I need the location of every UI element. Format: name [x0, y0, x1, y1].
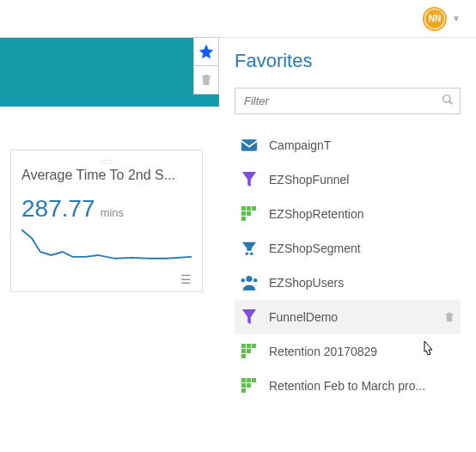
teal-band — [0, 38, 219, 107]
panel-title: Favorites — [235, 50, 461, 72]
trash-tab-button[interactable] — [193, 65, 219, 95]
users-icon — [240, 273, 259, 292]
svg-rect-21 — [247, 378, 251, 382]
svg-rect-22 — [252, 378, 256, 382]
svg-rect-20 — [241, 378, 246, 382]
sidebar-toggle — [193, 37, 219, 95]
avatar[interactable]: NN — [423, 7, 447, 31]
svg-rect-5 — [252, 206, 256, 211]
svg-rect-24 — [247, 383, 251, 388]
avatar-initials: NN — [425, 9, 444, 28]
chevron-down-icon[interactable]: ▼ — [452, 14, 461, 23]
segment-icon — [240, 239, 259, 258]
grid-icon — [240, 342, 259, 361]
favorite-item[interactable]: Retention Feb to March pro... — [235, 369, 461, 403]
svg-point-9 — [246, 253, 249, 256]
favorite-label: Retention 20170829 — [269, 345, 455, 358]
svg-point-10 — [250, 253, 253, 256]
grid-icon — [240, 205, 259, 223]
favorite-item[interactable]: EZShopUsers — [235, 266, 461, 300]
favorite-label: Retention Feb to March pro... — [269, 379, 455, 393]
svg-rect-15 — [247, 344, 251, 348]
favorite-label: EZShopSegment — [269, 241, 455, 255]
favorite-item[interactable]: EZShopSegment — [235, 231, 461, 266]
filter-box — [235, 88, 461, 114]
trash-icon[interactable] — [443, 311, 455, 323]
header: NN ▼ — [0, 0, 476, 38]
svg-rect-7 — [247, 211, 251, 216]
favorite-label: EZShopUsers — [269, 276, 455, 290]
svg-point-0 — [443, 95, 450, 101]
svg-rect-18 — [247, 349, 251, 353]
metric-card: :::: Average Time To 2nd S... 287.77 min… — [10, 150, 203, 292]
card-footer: ☰ — [21, 272, 192, 286]
svg-rect-25 — [241, 388, 246, 393]
favorites-list: CampaignTEZShopFunnelEZShopRetentionEZSh… — [235, 128, 461, 403]
envelope-icon — [240, 136, 259, 155]
search-icon[interactable] — [442, 94, 454, 109]
svg-rect-8 — [241, 217, 246, 221]
metric-value: 287.77 — [21, 195, 95, 223]
svg-rect-6 — [241, 211, 246, 216]
favorite-item[interactable]: FunnelDemo — [235, 300, 461, 334]
svg-rect-23 — [241, 383, 246, 388]
svg-rect-19 — [241, 354, 246, 358]
favorite-label: CampaignT — [269, 138, 455, 152]
star-icon — [198, 44, 214, 59]
funnel-icon — [240, 308, 259, 327]
svg-rect-16 — [252, 344, 256, 348]
svg-rect-14 — [241, 344, 246, 348]
svg-line-1 — [449, 101, 453, 104]
funnel-icon — [240, 170, 259, 189]
sparkline-chart — [21, 226, 192, 267]
svg-rect-17 — [241, 349, 246, 353]
metric-row: 287.77 mins — [21, 195, 192, 223]
favorite-item[interactable]: Retention 20170829 — [235, 334, 461, 369]
svg-point-13 — [253, 278, 258, 283]
content: :::: Average Time To 2nd S... 287.77 min… — [0, 38, 476, 452]
svg-rect-3 — [241, 206, 246, 211]
favorite-item[interactable]: EZShopRetention — [235, 197, 461, 231]
grid-icon — [240, 376, 259, 395]
favorite-label: FunnelDemo — [269, 310, 433, 324]
filter-input[interactable] — [235, 88, 461, 114]
favorite-label: EZShopFunnel — [269, 173, 455, 186]
left-area: :::: Average Time To 2nd S... 287.77 min… — [0, 38, 219, 452]
metric-unit: mins — [101, 206, 124, 219]
favorites-panel: Favorites CampaignTEZShopFunnelEZShopRet… — [219, 38, 476, 452]
svg-point-12 — [241, 278, 246, 283]
svg-rect-2 — [241, 139, 257, 150]
trash-icon — [199, 73, 213, 87]
drag-handle-icon[interactable]: :::: — [21, 157, 192, 166]
menu-icon[interactable]: ☰ — [180, 272, 192, 286]
favorites-tab-button[interactable] — [193, 37, 219, 66]
svg-rect-4 — [247, 206, 251, 211]
favorite-item[interactable]: CampaignT — [235, 128, 461, 162]
card-title: Average Time To 2nd S... — [21, 168, 192, 183]
favorite-item[interactable]: EZShopFunnel — [235, 162, 461, 197]
favorite-label: EZShopRetention — [269, 207, 455, 221]
svg-point-11 — [246, 276, 252, 282]
